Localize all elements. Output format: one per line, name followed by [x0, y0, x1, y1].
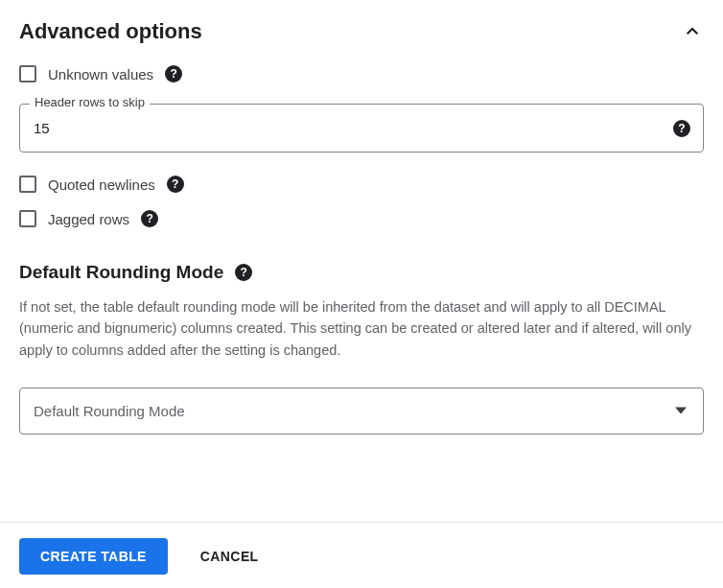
header-rows-label: Header rows to skip	[30, 95, 150, 109]
jagged-rows-label: Jagged rows	[48, 211, 129, 227]
rounding-heading: Default Rounding Mode	[19, 262, 223, 283]
create-table-button[interactable]: CREATE TABLE	[19, 538, 168, 575]
quoted-newlines-label: Quoted newlines	[48, 176, 155, 193]
chevron-up-icon	[684, 23, 701, 40]
rounding-description: If not set, the table default rounding m…	[19, 296, 704, 361]
quoted-newlines-row: Quoted newlines	[19, 176, 704, 193]
footer: CREATE TABLE CANCEL	[0, 522, 723, 588]
header-rows-field-wrap: Header rows to skip	[19, 104, 704, 153]
section-title: Advanced options	[19, 19, 202, 44]
quoted-newlines-checkbox[interactable]	[19, 176, 36, 193]
unknown-values-checkbox[interactable]	[19, 65, 36, 82]
cancel-button[interactable]: CANCEL	[200, 549, 259, 564]
help-icon[interactable]	[141, 210, 158, 227]
jagged-rows-row: Jagged rows	[19, 210, 704, 227]
help-icon[interactable]	[235, 264, 252, 281]
section-header: Advanced options	[19, 19, 704, 44]
rounding-mode-select[interactable]: Default Rounding Mode	[19, 388, 704, 435]
unknown-values-row: Unknown values	[19, 65, 704, 82]
header-rows-input[interactable]	[19, 104, 704, 153]
collapse-toggle[interactable]	[681, 20, 704, 43]
help-icon[interactable]	[673, 120, 690, 137]
unknown-values-label: Unknown values	[48, 66, 153, 82]
jagged-rows-checkbox[interactable]	[19, 210, 36, 227]
rounding-select-wrap: Default Rounding Mode	[19, 388, 704, 435]
help-icon[interactable]	[167, 176, 184, 193]
help-icon[interactable]	[165, 65, 182, 82]
rounding-heading-row: Default Rounding Mode	[19, 262, 704, 283]
